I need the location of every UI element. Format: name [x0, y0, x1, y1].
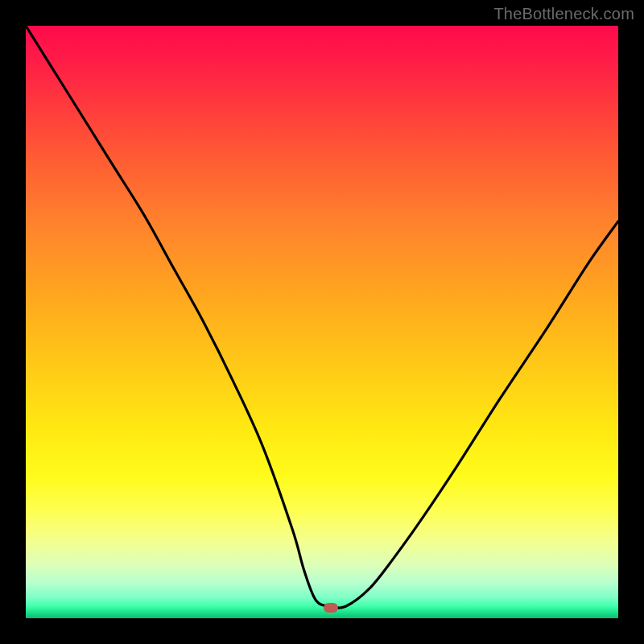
optimal-point-marker [324, 603, 338, 613]
bottleneck-curve-path [26, 26, 618, 608]
plot-area [26, 26, 618, 618]
chart-frame: TheBottleneck.com [0, 0, 644, 644]
watermark-text: TheBottleneck.com [493, 5, 634, 23]
bottleneck-curve [26, 26, 618, 618]
